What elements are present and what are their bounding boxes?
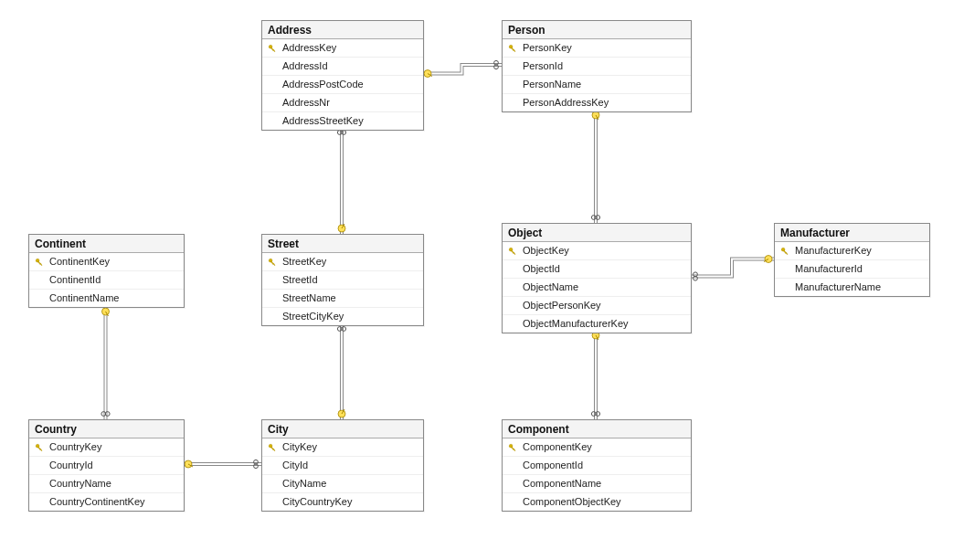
- entity-title: Manufacturer: [775, 224, 929, 242]
- column-row[interactable]: ObjectManufacturerKey: [503, 315, 691, 333]
- svg-point-5: [596, 216, 600, 220]
- column-name: CityId: [279, 459, 418, 472]
- svg-point-4: [591, 216, 596, 220]
- column-row[interactable]: AddressId: [262, 58, 423, 76]
- column-row[interactable]: CityKey: [262, 438, 423, 457]
- column-row[interactable]: ContinentKey: [29, 253, 184, 271]
- column-name: ManufacturerKey: [791, 244, 924, 258]
- relationship-object-person: [591, 110, 599, 223]
- column-row[interactable]: ObjectKey: [503, 242, 691, 260]
- column-row[interactable]: StreetKey: [262, 253, 423, 271]
- column-row[interactable]: ObjectName: [503, 279, 691, 297]
- svg-point-12: [591, 412, 596, 417]
- column-name: ManufacturerId: [791, 262, 924, 276]
- entity-component[interactable]: ComponentComponentKeyComponentIdComponen…: [502, 419, 692, 512]
- column-name: AddressStreetKey: [279, 114, 418, 128]
- entity-title: Object: [503, 224, 691, 242]
- column-row[interactable]: PersonAddressKey: [503, 94, 691, 111]
- column-row[interactable]: ComponentName: [503, 475, 691, 493]
- column-name: CountryContinentKey: [46, 495, 178, 509]
- svg-line-27: [188, 464, 193, 467]
- column-row[interactable]: ObjectId: [503, 260, 691, 279]
- entity-title: Component: [503, 420, 691, 438]
- column-row[interactable]: StreetCityKey: [262, 308, 423, 325]
- column-row[interactable]: CityName: [262, 475, 423, 493]
- column-row[interactable]: ContinentName: [29, 290, 184, 307]
- column-row[interactable]: ManufacturerId: [775, 260, 929, 279]
- column-name: AddressPostCode: [279, 78, 418, 91]
- column-name: AddressKey: [279, 41, 418, 55]
- key-icon: [266, 258, 279, 267]
- column-row[interactable]: CountryKey: [29, 438, 184, 457]
- column-name: ObjectId: [519, 262, 685, 276]
- column-row[interactable]: StreetName: [262, 290, 423, 308]
- column-row[interactable]: ManufacturerName: [775, 279, 929, 296]
- column-row[interactable]: PersonName: [503, 76, 691, 94]
- column-name: StreetId: [279, 273, 418, 287]
- column-name: ComponentName: [519, 477, 685, 491]
- column-row[interactable]: CityCountryKey: [262, 493, 423, 511]
- column-row[interactable]: AddressNr: [262, 94, 423, 112]
- column-row[interactable]: PersonKey: [503, 39, 691, 58]
- svg-rect-55: [787, 253, 788, 254]
- column-name: AddressNr: [279, 96, 418, 110]
- svg-line-23: [342, 409, 344, 414]
- column-name: StreetCityKey: [279, 310, 418, 323]
- column-name: CityCountryKey: [279, 495, 418, 509]
- column-name: ContinentName: [46, 291, 178, 305]
- column-name: PersonKey: [519, 41, 685, 55]
- column-row[interactable]: CountryContinentKey: [29, 493, 184, 511]
- entity-street[interactable]: StreetStreetKeyStreetIdStreetNameStreetC…: [261, 234, 424, 326]
- column-row[interactable]: ContinentId: [29, 271, 184, 290]
- column-name: ManufacturerName: [791, 280, 924, 294]
- column-row[interactable]: AddressPostCode: [262, 76, 423, 94]
- svg-point-25: [254, 464, 259, 469]
- column-name: ObjectManufacturerKey: [519, 317, 685, 331]
- column-name: CountryName: [46, 477, 178, 491]
- svg-point-8: [694, 272, 698, 277]
- svg-point-24: [254, 460, 259, 464]
- column-row[interactable]: StreetId: [262, 271, 423, 290]
- column-row[interactable]: CityId: [262, 457, 423, 475]
- entity-object[interactable]: ObjectObjectKeyObjectIdObjectNameObjectP…: [502, 223, 692, 333]
- svg-point-26: [185, 460, 192, 468]
- entity-manufacturer[interactable]: ManufacturerManufacturerKeyManufacturerI…: [774, 223, 930, 297]
- svg-rect-51: [514, 253, 515, 254]
- column-name: StreetKey: [279, 255, 418, 269]
- column-row[interactable]: ObjectPersonKey: [503, 297, 691, 315]
- svg-line-3: [428, 74, 432, 77]
- svg-rect-35: [274, 50, 275, 51]
- svg-rect-39: [514, 50, 515, 51]
- column-row[interactable]: AddressKey: [262, 39, 423, 58]
- relationship-street-city: [337, 323, 345, 419]
- entity-address[interactable]: AddressAddressKeyAddressIdAddressPostCod…: [261, 20, 424, 131]
- column-name: ObjectKey: [519, 244, 685, 258]
- entity-title: Person: [503, 21, 691, 39]
- column-row[interactable]: PersonId: [503, 58, 691, 76]
- svg-point-30: [102, 308, 110, 315]
- column-row[interactable]: CountryId: [29, 457, 184, 475]
- entity-title: City: [262, 420, 423, 438]
- key-icon: [506, 44, 519, 53]
- column-row[interactable]: AddressStreetKey: [262, 112, 423, 130]
- entity-city[interactable]: CityCityKeyCityIdCityNameCityCountryKey: [261, 419, 424, 512]
- key-icon: [778, 247, 791, 256]
- column-name: CountryId: [46, 459, 178, 472]
- entity-country[interactable]: CountryCountryKeyCountryIdCountryNameCou…: [28, 419, 185, 512]
- column-row[interactable]: ManufacturerKey: [775, 242, 929, 260]
- svg-point-6: [592, 111, 599, 119]
- column-row[interactable]: ComponentId: [503, 457, 691, 475]
- entity-continent[interactable]: ContinentContinentKeyContinentIdContinen…: [28, 234, 185, 308]
- entity-person[interactable]: PersonPersonKeyPersonIdPersonNamePersonA…: [502, 20, 692, 112]
- column-name: ComponentKey: [519, 440, 685, 454]
- svg-line-15: [596, 335, 598, 340]
- column-row[interactable]: ComponentObjectKey: [503, 493, 691, 511]
- column-row[interactable]: ComponentKey: [503, 438, 691, 457]
- svg-line-31: [106, 312, 109, 316]
- column-name: AddressId: [279, 59, 418, 73]
- relationship-country-continent: [101, 306, 110, 419]
- column-row[interactable]: CountryName: [29, 475, 184, 493]
- column-name: StreetName: [279, 291, 418, 305]
- entity-title: Street: [262, 235, 423, 253]
- svg-point-10: [765, 256, 772, 263]
